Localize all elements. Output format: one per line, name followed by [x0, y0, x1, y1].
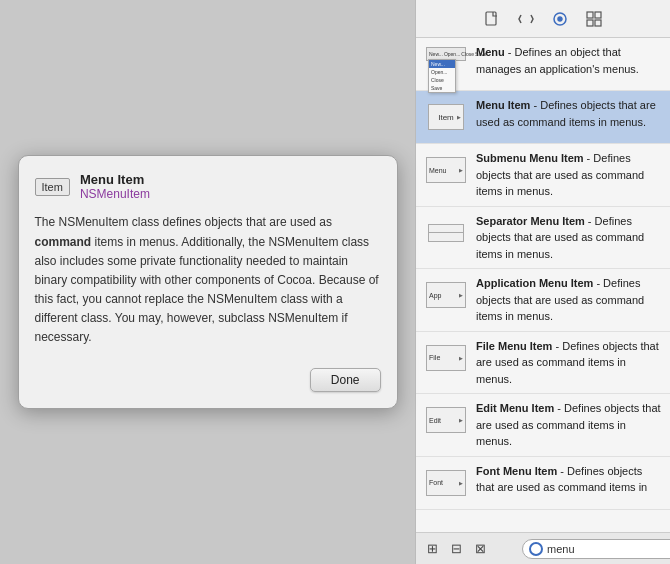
- right-panel: New... Open... Close Save New... Open...…: [415, 0, 670, 564]
- submenu-icon: Menu ▶: [424, 150, 468, 190]
- bottom-bar: ⊞ ⊟ ⊠ ×: [416, 532, 670, 564]
- dialog-title-group: Menu Item NSMenuItem: [80, 172, 150, 201]
- left-panel: Item Menu Item NSMenuItem The NSMenuItem…: [0, 0, 415, 564]
- edit-icon: Edit ▶: [424, 400, 468, 440]
- circle-icon[interactable]: [549, 8, 571, 30]
- bottom-icons: ⊞ ⊟ ⊠: [422, 539, 514, 559]
- submenu-text: Submenu Menu Item - Defines objects that…: [476, 150, 662, 200]
- grid-icon[interactable]: [583, 8, 605, 30]
- toolbar: [416, 0, 670, 38]
- svg-point-2: [558, 17, 562, 21]
- expand-icon[interactable]: ⊞: [422, 539, 442, 559]
- separator-text: Separator Menu Item - Defines objects th…: [476, 213, 662, 263]
- done-button[interactable]: Done: [310, 368, 381, 392]
- file-text: File Menu Item - Defines objects that ar…: [476, 338, 662, 388]
- dialog-subtitle: NSMenuItem: [80, 187, 150, 201]
- code-icon[interactable]: [515, 8, 537, 30]
- dialog-header: Item Menu Item NSMenuItem: [35, 172, 381, 201]
- file-icon: File ▶: [424, 338, 468, 378]
- dialog-description: The NSMenuItem class defines objects tha…: [35, 213, 381, 347]
- search-input[interactable]: [547, 543, 670, 555]
- menu-item-icon: Item: [424, 97, 468, 137]
- dialog-box: Item Menu Item NSMenuItem The NSMenuItem…: [18, 155, 398, 408]
- svg-rect-3: [587, 12, 593, 18]
- items-list: New... Open... Close Save New... Open...…: [416, 38, 670, 532]
- menu-text: Menu - Defines an object that manages an…: [476, 44, 662, 77]
- list-item-application[interactable]: App ▶ Application Menu Item - Defines ob…: [416, 269, 670, 332]
- application-text: Application Menu Item - Defines objects …: [476, 275, 662, 325]
- search-container: ×: [522, 539, 670, 559]
- font-icon: Font ▶: [424, 463, 468, 503]
- done-button-container: Done: [35, 368, 381, 392]
- list-item-edit[interactable]: Edit ▶ Edit Menu Item - Defines objects …: [416, 394, 670, 457]
- search-icon: [529, 542, 543, 556]
- list-item-menu[interactable]: New... Open... Close Save New... Open...…: [416, 38, 670, 91]
- menu-item-text: Menu Item - Defines objects that are use…: [476, 97, 662, 130]
- document-icon[interactable]: [481, 8, 503, 30]
- separator-icon: [424, 213, 468, 253]
- svg-rect-4: [595, 12, 601, 18]
- dialog-title: Menu Item: [80, 172, 150, 187]
- svg-rect-0: [486, 12, 496, 25]
- grid-view-icon[interactable]: [494, 539, 514, 559]
- list-icon[interactable]: ⊠: [470, 539, 490, 559]
- list-item-menu-item[interactable]: Item Menu Item - Defines objects that ar…: [416, 91, 670, 144]
- svg-rect-6: [595, 20, 601, 26]
- collapse-icon[interactable]: ⊟: [446, 539, 466, 559]
- font-text: Font Menu Item - Defines objects that ar…: [476, 463, 662, 496]
- item-badge: Item: [35, 178, 70, 196]
- list-item-separator[interactable]: Separator Menu Item - Defines objects th…: [416, 207, 670, 270]
- application-icon: App ▶: [424, 275, 468, 315]
- list-item-font[interactable]: Font ▶ Font Menu Item - Defines objects …: [416, 457, 670, 510]
- menu-icon: New... Open... Close Save New... Open...…: [424, 44, 468, 84]
- svg-rect-5: [587, 20, 593, 26]
- edit-text: Edit Menu Item - Defines objects that ar…: [476, 400, 662, 450]
- list-item-submenu[interactable]: Menu ▶ Submenu Menu Item - Defines objec…: [416, 144, 670, 207]
- list-item-file[interactable]: File ▶ File Menu Item - Defines objects …: [416, 332, 670, 395]
